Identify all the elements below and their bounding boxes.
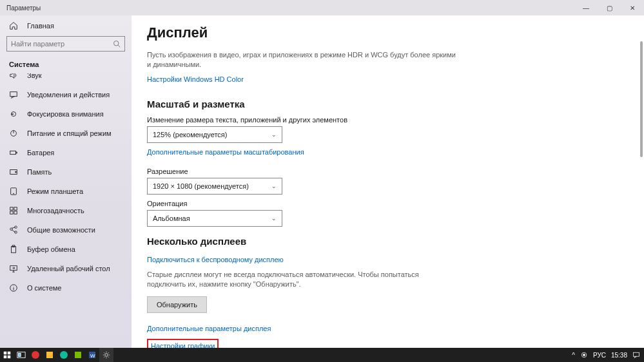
taskview-button[interactable] xyxy=(14,348,28,362)
about-icon xyxy=(9,283,18,292)
svg-rect-22 xyxy=(8,352,11,355)
clock[interactable]: 15:38 xyxy=(611,352,627,359)
start-button[interactable] xyxy=(0,348,14,362)
sidebar-item-shared[interactable]: Общие возможности xyxy=(0,220,132,240)
sidebar-item-label: Режим планшета xyxy=(27,187,83,195)
advanced-scaling-link[interactable]: Дополнительные параметры масштабирования xyxy=(147,148,304,156)
svg-rect-23 xyxy=(4,356,7,359)
language-indicator[interactable]: РУС xyxy=(593,352,606,359)
close-button[interactable]: ✕ xyxy=(621,0,644,15)
sound-icon xyxy=(9,73,18,80)
clipboard-icon xyxy=(9,245,18,254)
shared-icon xyxy=(9,225,18,234)
scale-value: 125% (рекомендуется) xyxy=(153,131,227,138)
svg-rect-1 xyxy=(10,92,17,97)
sidebar-item-notifications[interactable]: Уведомления и действия xyxy=(0,85,132,104)
svg-point-29 xyxy=(60,351,68,359)
action-center-icon[interactable] xyxy=(632,351,640,359)
scale-dropdown[interactable]: 125% (рекомендуется) ⌄ xyxy=(147,126,282,143)
taskbar-app-1[interactable] xyxy=(28,348,43,362)
sidebar-item-storage[interactable]: Память xyxy=(0,162,132,182)
search-input[interactable] xyxy=(11,40,113,48)
sidebar-item-label: Фокусировка внимания xyxy=(27,110,104,118)
sidebar-item-label: Многозадачность xyxy=(27,207,84,214)
svg-rect-5 xyxy=(16,152,17,153)
taskbar-settings[interactable] xyxy=(99,348,113,362)
home-link[interactable]: Главная xyxy=(0,15,132,36)
highlighted-box: Настройки графики xyxy=(147,339,219,348)
svg-rect-13 xyxy=(14,211,17,214)
category-heading: Система xyxy=(0,58,132,73)
graphics-settings-link[interactable]: Настройки графики xyxy=(151,342,215,348)
taskbar: W ^ РУС 15:38 xyxy=(0,348,644,362)
orientation-value: Альбомная xyxy=(153,214,190,222)
page-title: Дисплей xyxy=(147,24,629,41)
sidebar-item-label: Удаленный рабочий стол xyxy=(27,265,110,272)
svg-point-14 xyxy=(10,228,13,231)
battery-icon xyxy=(9,148,18,157)
sidebar: Главная Система Звук Уведомления xyxy=(0,15,132,348)
svg-rect-11 xyxy=(14,207,17,210)
chevron-down-icon: ⌄ xyxy=(271,215,277,222)
nav-list: Звук Уведомления и действия Фокусировка … xyxy=(0,73,132,348)
sidebar-item-battery[interactable]: Батарея xyxy=(0,143,132,162)
taskbar-app-2[interactable] xyxy=(43,348,57,362)
sidebar-item-label: Звук xyxy=(27,73,42,79)
sidebar-item-sound[interactable]: Звук xyxy=(0,73,132,85)
taskbar-app-3[interactable] xyxy=(71,348,85,362)
title-bar: Параметры — ▢ ✕ xyxy=(0,0,644,15)
resolution-dropdown[interactable]: 1920 × 1080 (рекомендуется) ⌄ xyxy=(147,178,282,195)
svg-rect-26 xyxy=(19,353,21,356)
resolution-value: 1920 × 1080 (рекомендуется) xyxy=(153,182,249,190)
sidebar-item-label: Общие возможности xyxy=(27,226,95,234)
multitask-icon xyxy=(9,206,18,215)
resolution-label: Разрешение xyxy=(147,167,629,175)
svg-rect-12 xyxy=(10,211,13,214)
storage-icon xyxy=(9,167,18,176)
scrollbar-thumb[interactable] xyxy=(640,41,643,157)
power-icon xyxy=(9,129,18,138)
sidebar-item-label: Питание и спящий режим xyxy=(27,129,112,137)
svg-point-9 xyxy=(14,193,14,194)
tray-chevron-icon[interactable]: ^ xyxy=(572,352,575,359)
tablet-icon xyxy=(9,187,18,196)
sidebar-item-multitask[interactable]: Многозадачность xyxy=(0,201,132,220)
search-box[interactable] xyxy=(6,36,125,52)
hdr-description: Пусть изображения в видео, играх и прило… xyxy=(147,50,456,70)
sidebar-item-label: О системе xyxy=(27,284,61,292)
wireless-display-link[interactable]: Подключиться к беспроводному дисплею xyxy=(147,256,284,263)
scale-heading: Масштаб и разметка xyxy=(147,99,629,110)
hdr-settings-link[interactable]: Настройки Windows HD Color xyxy=(147,75,244,83)
maximize-button[interactable]: ▢ xyxy=(598,0,621,15)
svg-rect-28 xyxy=(46,352,53,358)
focus-icon xyxy=(9,110,18,119)
detect-button[interactable]: Обнаружить xyxy=(147,296,207,313)
taskbar-word[interactable]: W xyxy=(85,348,99,362)
notifications-icon xyxy=(9,90,18,99)
sidebar-item-clipboard[interactable]: Буфер обмена xyxy=(0,240,132,259)
sidebar-item-remote[interactable]: Удаленный рабочий стол xyxy=(0,259,132,278)
scale-label: Изменение размера текста, приложений и д… xyxy=(147,116,629,124)
advanced-display-link[interactable]: Дополнительные параметры дисплея xyxy=(147,325,271,332)
sidebar-item-label: Уведомления и действия xyxy=(27,91,110,99)
sidebar-item-focus[interactable]: Фокусировка внимания xyxy=(0,104,132,124)
sidebar-item-label: Батарея xyxy=(27,149,54,157)
sidebar-item-tablet[interactable]: Режим планшета xyxy=(0,182,132,201)
sidebar-item-about[interactable]: О системе xyxy=(0,278,132,298)
svg-point-7 xyxy=(15,171,17,173)
chevron-down-icon: ⌄ xyxy=(271,131,277,138)
tray-power-icon[interactable] xyxy=(580,351,588,359)
system-tray: ^ РУС 15:38 xyxy=(572,351,644,359)
svg-rect-24 xyxy=(8,356,11,359)
chevron-down-icon: ⌄ xyxy=(271,183,277,189)
home-icon xyxy=(9,21,18,30)
minimize-button[interactable]: — xyxy=(574,0,598,15)
taskbar-edge[interactable] xyxy=(57,348,71,362)
home-label: Главная xyxy=(27,22,54,30)
sidebar-item-label: Буфер обмена xyxy=(27,245,75,253)
sidebar-item-label: Память xyxy=(27,168,52,176)
orientation-dropdown[interactable]: Альбомная ⌄ xyxy=(147,210,282,227)
content-area: Дисплей Пусть изображения в видео, играх… xyxy=(132,15,644,348)
sidebar-item-power[interactable]: Питание и спящий режим xyxy=(0,124,132,143)
svg-rect-10 xyxy=(10,207,13,210)
